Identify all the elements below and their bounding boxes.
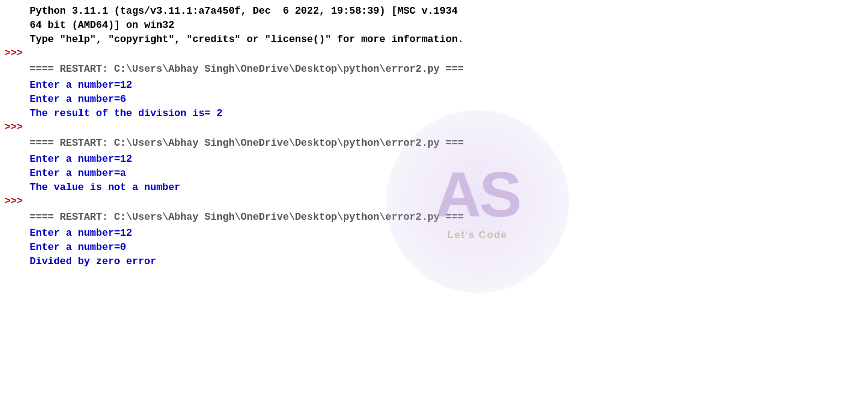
indent-spacer xyxy=(5,137,30,151)
prompt-line-3: >>> xyxy=(0,195,868,209)
session-3-output-1: Enter a number=12 xyxy=(0,227,868,241)
output-text-1-3: The result of the division is= 2 xyxy=(30,107,222,121)
session-2-output-2: Enter a number=a xyxy=(0,167,868,181)
output-text-3-3: Divided by zero error xyxy=(30,255,156,269)
header-line-3: Type "help", "copyright", "credits" or "… xyxy=(0,33,868,47)
prompt-symbol-3: >>> xyxy=(5,195,30,209)
header-text-2: 64 bit (AMD64)] on win32 xyxy=(30,19,174,33)
session-3-restart: ==== RESTART: C:\Users\Abhay Singh\OneDr… xyxy=(0,211,868,225)
prompt-line-1: >>> xyxy=(0,47,868,61)
indent-spacer xyxy=(5,107,30,121)
session-3-output-3: Divided by zero error xyxy=(0,255,868,269)
header-text-1: Python 3.11.1 (tags/v3.11.1:a7a450f, Dec… xyxy=(30,5,458,19)
prompt-line-2: >>> xyxy=(0,121,868,135)
restart-line-3: ==== RESTART: C:\Users\Abhay Singh\OneDr… xyxy=(30,211,464,225)
output-text-3-1: Enter a number=12 xyxy=(30,227,132,241)
session-2-output-1: Enter a number=12 xyxy=(0,153,868,167)
output-text-1-2: Enter a number=6 xyxy=(30,93,126,107)
terminal-window: AS Let's Code Python 3.11.1 (tags/v3.11.… xyxy=(0,0,868,403)
header-line-1: Python 3.11.1 (tags/v3.11.1:a7a450f, Dec… xyxy=(0,5,868,19)
indent-spacer xyxy=(5,153,30,167)
output-text-1-1: Enter a number=12 xyxy=(30,79,132,93)
header-text-3: Type "help", "copyright", "credits" or "… xyxy=(30,33,464,47)
indent-spacer xyxy=(5,33,30,47)
session-2-restart: ==== RESTART: C:\Users\Abhay Singh\OneDr… xyxy=(0,137,868,151)
output-text-3-2: Enter a number=0 xyxy=(30,241,126,255)
header-line-2: 64 bit (AMD64)] on win32 xyxy=(0,19,868,33)
output-text-2-1: Enter a number=12 xyxy=(30,153,132,167)
session-1-restart: ==== RESTART: C:\Users\Abhay Singh\OneDr… xyxy=(0,63,868,77)
output-text-2-2: Enter a number=a xyxy=(30,167,126,181)
restart-line-1: ==== RESTART: C:\Users\Abhay Singh\OneDr… xyxy=(30,63,464,77)
indent-spacer xyxy=(5,79,30,93)
output-text-2-3: The value is not a number xyxy=(30,181,180,195)
prompt-symbol-2: >>> xyxy=(5,121,30,135)
session-1-output-3: The result of the division is= 2 xyxy=(0,107,868,121)
indent-spacer xyxy=(5,227,30,241)
prompt-symbol-1: >>> xyxy=(5,47,30,61)
indent-spacer xyxy=(5,5,30,19)
indent-spacer xyxy=(5,255,30,269)
session-1-output-1: Enter a number=12 xyxy=(0,79,868,93)
indent-spacer xyxy=(5,19,30,33)
session-2-output-3: The value is not a number xyxy=(0,181,868,195)
session-3-output-2: Enter a number=0 xyxy=(0,241,868,255)
restart-line-2: ==== RESTART: C:\Users\Abhay Singh\OneDr… xyxy=(30,137,464,151)
indent-spacer xyxy=(5,63,30,77)
indent-spacer xyxy=(5,167,30,181)
indent-spacer xyxy=(5,181,30,195)
indent-spacer xyxy=(5,93,30,107)
session-1-output-2: Enter a number=6 xyxy=(0,93,868,107)
indent-spacer xyxy=(5,241,30,255)
indent-spacer xyxy=(5,211,30,225)
